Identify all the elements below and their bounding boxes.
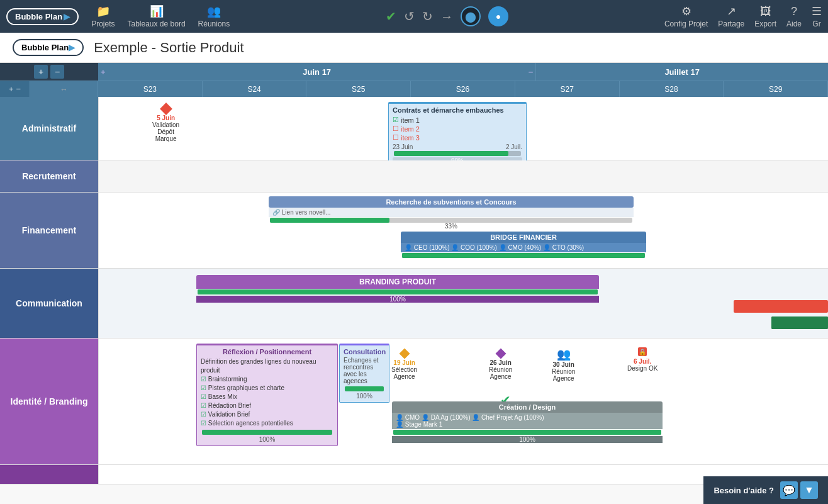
month-minus-button[interactable]: −: [529, 67, 534, 77]
task-bridge-members: 👤 CEO (100%) 👤 COO (100%) 👤 CMO (40%) 👤 …: [401, 243, 646, 252]
week-s29: S29: [724, 81, 828, 97]
green-bar-comm: [771, 316, 828, 329]
week-s27: S27: [515, 81, 620, 97]
week-s25: S25: [306, 81, 411, 97]
week-s26: S26: [411, 81, 515, 97]
progress-fill-consultation: [345, 386, 384, 391]
progress-fill-bridge: [402, 253, 645, 258]
reflexion-box[interactable]: Réflexion / Positionnement Définition de…: [196, 344, 338, 446]
card-dates-admin: 23 Juin 2 Juil.: [393, 143, 522, 150]
creation-title: Création / Design: [392, 401, 663, 413]
check-icon: ✔: [386, 9, 396, 24]
nav-partage[interactable]: ↗ Partage: [718, 4, 744, 28]
meeting-icon-30juin: 👥: [557, 347, 571, 361]
task-bridge[interactable]: BRIDGE FINANCIER 👤 CEO (100%) 👤 COO (100…: [401, 232, 646, 266]
consultation-box[interactable]: Consultation Echanges et rencontres avec…: [339, 344, 389, 403]
nav-projets[interactable]: 📁 Projets: [91, 4, 115, 28]
progress-label-recherche: 33%: [269, 223, 634, 230]
top-navigation: Bubble Plan▶ 📁 Projets 📊 Tableaux de bor…: [0, 0, 828, 33]
row-label-communication: Communication: [0, 269, 98, 338]
progress-fill-recherche: [270, 218, 389, 223]
person-icon-stage: 👤: [396, 421, 403, 428]
week-arrow-area: ↔: [30, 81, 98, 97]
row-identite: Identité / Branding Réflexion / Position…: [0, 339, 828, 465]
progress-bar-consultation: [345, 386, 384, 391]
milestone-label-admin: Validation Dépôt Marque: [152, 121, 179, 142]
check-icon-r5: ☑: [201, 411, 206, 418]
nav-gr[interactable]: ☰ Gr: [812, 4, 822, 28]
milestone-diamond-26juin: [495, 349, 506, 359]
progress-label-bridge: 100%: [401, 259, 646, 266]
checklist-item-2: ☐ item 2: [393, 125, 522, 133]
consultation-text: Echanges et rencontres avec les agences: [344, 357, 385, 384]
milestone-19juin[interactable]: 19 Juin Sélection Agence: [391, 350, 417, 380]
row-content-identite[interactable]: Réflexion / Positionnement Définition de…: [98, 339, 828, 464]
milestone-5juin[interactable]: 5 Juin Validation Dépôt Marque: [152, 104, 179, 142]
progress-fill-creation: [393, 430, 661, 435]
row-content-financement[interactable]: Recherche de subventions et Concours 🔗 L…: [98, 193, 828, 268]
logo-arrow: ▶: [64, 12, 70, 21]
tableaux-icon: 📊: [150, 4, 164, 18]
nav-config[interactable]: ⚙ Config Projet: [664, 4, 708, 28]
logo-text: Bubble Plan: [15, 12, 62, 21]
milestone-date-19juin: 19 Juin: [393, 359, 415, 366]
nav-reunions[interactable]: 👥 Réunions: [198, 4, 230, 28]
milestone-label-6juil: Design OK: [627, 365, 657, 372]
timeline-header: + − + Juin 17 − Juillet 17 + − ↔ S23: [0, 63, 828, 97]
redo-button[interactable]: ↻: [422, 9, 433, 24]
milestone-date-admin: 5 Juin: [157, 115, 175, 121]
help-label: Besoin d'aide ?: [713, 486, 774, 495]
progress-bar-admin: [394, 151, 521, 156]
milestone-date-6juil: 6 Juil.: [634, 358, 651, 365]
row-content-recrutement[interactable]: [98, 160, 828, 192]
page-title: Exemple - Sortie Produit: [94, 40, 243, 56]
nav-partage-label: Partage: [718, 20, 744, 28]
week-s28: S28: [620, 81, 724, 97]
nav-aide[interactable]: ? Aide: [786, 5, 802, 28]
undo-button[interactable]: ↺: [404, 9, 415, 24]
user-circle-dark[interactable]: ⬤: [461, 6, 481, 26]
zoom-in-button[interactable]: +: [34, 65, 48, 79]
month-juin-label: Juin 17: [303, 67, 331, 77]
row-content-communication[interactable]: BRANDING PRODUIT 100%: [98, 269, 828, 338]
month-prev-button[interactable]: +: [101, 67, 106, 77]
week-zoom-minus-btn[interactable]: −: [16, 84, 21, 94]
gantt-rows: Administratif 5 Juin Validation Dépôt Ma…: [0, 97, 828, 504]
projets-icon: 📁: [96, 4, 110, 18]
week-zoom-btn[interactable]: +: [9, 84, 14, 94]
progress-label-creation: 100%: [392, 436, 663, 443]
nav-export[interactable]: 🖼 Export: [754, 5, 776, 28]
milestone-30juin[interactable]: 👥 30 Juin Réunion Agence: [552, 347, 575, 382]
arrow-button[interactable]: →: [440, 9, 453, 24]
person-icon-da: 👤: [422, 414, 429, 421]
nav-gr-label: Gr: [812, 20, 820, 28]
person-icon-2: 👤: [451, 244, 459, 251]
checklist-item-1: ☑ item 1: [393, 116, 522, 124]
help-chat-button[interactable]: 💬: [780, 481, 798, 499]
check-icon-2: ☐: [393, 125, 399, 133]
nav-projets-label: Projets: [91, 20, 115, 28]
row-content-administratif[interactable]: 5 Juin Validation Dépôt Marque Contrats …: [98, 97, 828, 160]
checklist-card-admin[interactable]: Contrats et démarche embauches ☑ item 1 …: [388, 102, 527, 167]
creation-members: 👤 CMO 👤 DA Ag (100%) 👤 Chef Projet Ag (1…: [392, 413, 663, 429]
progress-bar-branding: [198, 289, 598, 294]
zoom-out-button[interactable]: −: [50, 65, 64, 79]
week-s23: S23: [98, 81, 203, 97]
header-logo-text: Bubble Plan: [21, 43, 69, 52]
progress-bar-reflexion: [202, 430, 332, 435]
nav-tableaux[interactable]: 📊 Tableaux de bord: [127, 4, 185, 28]
nav-reunions-label: Réunions: [198, 20, 230, 28]
row-label-administratif: Administratif: [0, 97, 98, 160]
user-circle-blue[interactable]: ●: [488, 6, 508, 26]
card-title-admin: Contrats et démarche embauches: [393, 106, 522, 114]
logo[interactable]: Bubble Plan▶: [6, 8, 79, 25]
milestone-26juin[interactable]: 26 Juin Réunion Agence: [489, 350, 512, 380]
creation-box[interactable]: Création / Design 👤 CMO 👤 DA Ag (100%) 👤…: [392, 401, 663, 443]
reflexion-text: Définition des grandes lignes du nouveau…: [201, 357, 333, 428]
page-header: Bubble Plan▶ Exemple - Sortie Produit: [0, 33, 828, 63]
help-expand-button[interactable]: ▼: [800, 481, 818, 499]
partage-icon: ↗: [727, 4, 736, 18]
task-branding[interactable]: BRANDING PRODUIT 100%: [196, 275, 599, 303]
task-recherche[interactable]: Recherche de subventions et Concours 🔗 L…: [269, 196, 634, 230]
milestone-6juil[interactable]: 🔒 6 Juil. Design OK: [627, 347, 657, 372]
